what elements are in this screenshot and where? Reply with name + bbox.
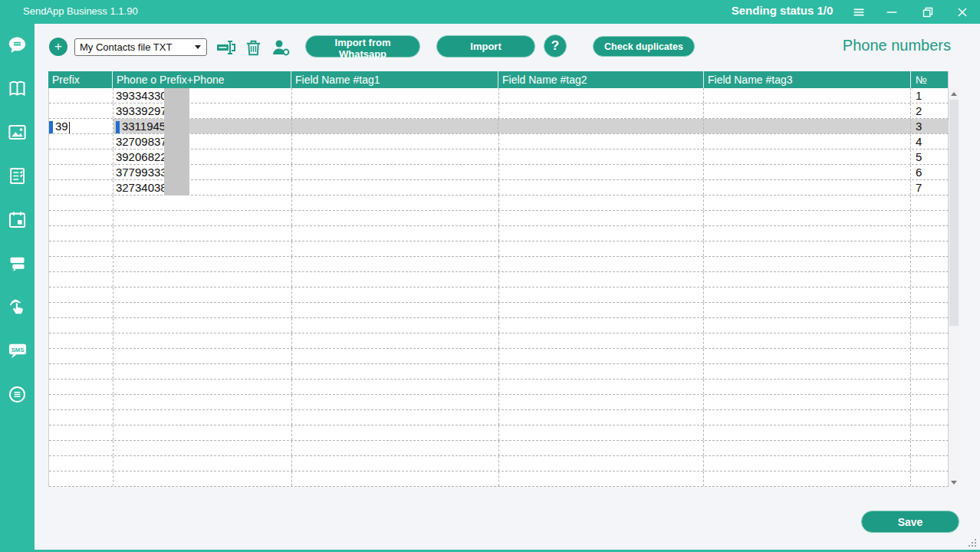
table-cell-tag3[interactable] [704,119,911,133]
save-button[interactable]: Save [861,511,959,533]
messages-icon[interactable] [0,247,35,279]
delete-list-icon[interactable] [242,37,264,58]
table-cell-tag3[interactable] [704,104,911,118]
table-cell-phone[interactable] [113,441,292,455]
table-row[interactable] [49,426,949,441]
table-cell-prefix[interactable] [49,334,113,348]
column-header-tag3[interactable]: Field Name #tag3 [704,71,911,88]
table-cell-tag2[interactable] [499,395,705,409]
table-cell-tag2[interactable] [499,472,705,486]
table-cell-phone[interactable] [113,334,292,348]
table-cell-tag2[interactable] [499,180,705,195]
menu-icon[interactable] [847,2,870,21]
table-cell-tag1[interactable] [292,119,499,133]
table-cell-tag3[interactable] [704,426,911,440]
table-cell-prefix[interactable] [49,288,113,302]
help-button[interactable]: ? [544,34,567,58]
image-icon[interactable] [0,116,35,148]
table-cell-num[interactable] [911,441,949,455]
table-cell-prefix[interactable] [49,272,113,287]
table-cell-phone[interactable] [113,472,292,486]
table-cell-prefix[interactable] [49,395,113,409]
table-cell-tag3[interactable] [704,334,911,348]
scroll-down-icon[interactable] [949,477,959,488]
table-cell-num[interactable] [911,395,949,409]
table-cell-phone[interactable]: 33119456 [113,119,292,133]
column-header-number[interactable]: № [911,71,949,88]
table-row[interactable] [49,211,949,226]
table-cell-tag3[interactable] [704,134,911,149]
table-cell-tag3[interactable] [704,395,911,409]
table-cell-phone[interactable]: 37799333 [113,165,292,179]
table-row[interactable] [49,380,949,395]
table-cell-prefix[interactable] [49,472,113,486]
table-cell-tag3[interactable] [704,410,911,425]
table-cell-num[interactable]: 6 [911,165,949,179]
table-cell-tag2[interactable] [499,380,705,394]
table-row[interactable] [49,257,949,272]
table-cell-tag2[interactable] [499,242,705,256]
table-cell-phone[interactable] [113,196,292,210]
table-cell-tag3[interactable] [704,226,911,241]
table-cell-tag1[interactable] [292,380,499,394]
table-cell-phone[interactable] [113,226,292,241]
table-cell-tag2[interactable] [499,257,705,271]
table-row[interactable] [49,441,949,456]
table-cell-num[interactable] [911,196,949,210]
table-cell-num[interactable] [911,364,949,379]
add-contact-icon[interactable] [270,37,291,58]
maximize-button[interactable] [916,2,939,21]
table-cell-phone[interactable]: 32709837 [113,134,292,149]
table-cell-prefix[interactable] [49,441,113,455]
table-cell-tag1[interactable] [292,242,499,256]
table-cell-prefix[interactable] [49,456,113,471]
table-cell-tag3[interactable] [704,303,911,317]
table-cell-tag3[interactable] [704,441,911,455]
table-cell-tag1[interactable] [292,257,499,271]
import-button[interactable]: Import [436,35,535,58]
table-cell-num[interactable] [911,257,949,271]
table-cell-num[interactable]: 5 [911,150,949,164]
table-row[interactable] [49,472,949,487]
table-cell-tag3[interactable] [704,456,911,471]
table-cell-tag3[interactable] [704,180,911,195]
table-cell-tag2[interactable] [499,226,705,241]
table-row[interactable] [49,410,949,426]
table-cell-phone[interactable]: 39206822 [113,150,292,164]
table-cell-tag2[interactable] [499,334,705,348]
table-cell-prefix[interactable] [49,165,113,179]
table-cell-tag3[interactable] [704,272,911,287]
table-row[interactable] [49,303,949,318]
table-cell-tag1[interactable] [292,165,499,179]
table-cell-tag1[interactable] [292,472,499,486]
table-cell-num[interactable]: 3 [911,119,949,133]
add-list-button[interactable]: + [49,38,67,56]
table-cell-tag1[interactable] [292,349,499,363]
table-row[interactable] [49,288,949,303]
table-cell-prefix[interactable] [49,104,113,118]
table-cell-prefix[interactable] [49,410,113,425]
table-cell-tag1[interactable] [292,226,499,241]
table-cell-tag2[interactable] [499,134,705,149]
table-cell-num[interactable] [911,211,949,225]
table-cell-tag3[interactable] [704,165,911,179]
table-cell-tag1[interactable] [292,426,499,440]
table-cell-phone[interactable] [113,456,292,471]
import-from-whatsapp-button[interactable]: Import from Whatsapp [305,35,420,58]
table-cell-tag1[interactable] [292,410,499,425]
table-cell-tag2[interactable] [498,119,704,133]
table-cell-num[interactable] [911,334,949,348]
table-cell-num[interactable] [911,426,949,440]
table-cell-tag3[interactable] [704,150,911,164]
table-cell-phone[interactable] [113,410,292,425]
sms-icon[interactable]: SMS [0,334,35,366]
table-cell-num[interactable] [911,472,949,486]
table-cell-phone[interactable] [113,288,292,302]
table-cell-tag2[interactable] [499,88,705,103]
table-cell-num[interactable]: 4 [911,134,949,149]
table-cell-tag2[interactable] [499,349,705,363]
resize-grip[interactable] [967,537,978,548]
column-header-prefix[interactable]: Prefix [48,71,113,88]
scroll-up-icon[interactable] [949,88,959,99]
table-row[interactable] [49,196,949,211]
